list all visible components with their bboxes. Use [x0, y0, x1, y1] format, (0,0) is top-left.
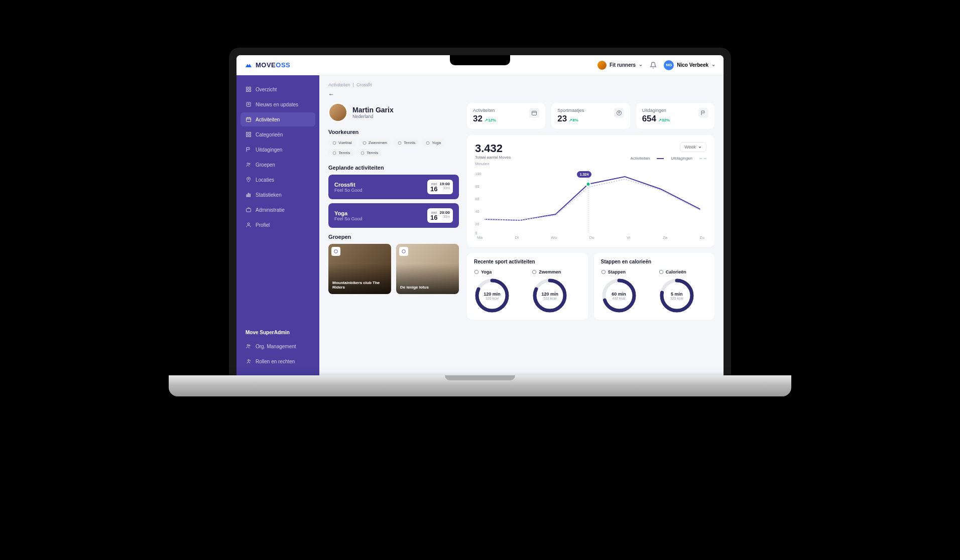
svg-point-32 — [334, 250, 338, 253]
sidebar-item-groepen[interactable]: Groepen — [241, 158, 315, 172]
ring-value: 5 min — [671, 292, 683, 297]
period-selector[interactable]: Week — [680, 142, 706, 152]
sidebar-item-uitdagingen[interactable]: Uitdagingen — [241, 143, 315, 157]
user-menu[interactable]: NG Nico Verbeek — [664, 60, 715, 70]
chart-x-tick: Ma — [477, 235, 483, 240]
sidebar-item-overzicht[interactable]: Overzicht — [241, 82, 315, 96]
chevron-down-icon — [711, 63, 715, 67]
prefs-chips: VoetbalZwemmenTennisYogaTennisTennis — [328, 139, 459, 157]
svg-rect-11 — [247, 132, 249, 134]
progress-ring: 120 min320 kcal — [474, 277, 510, 314]
svg-rect-21 — [247, 209, 251, 212]
stat-label: Sportmaatjes — [557, 108, 584, 113]
svg-point-46 — [474, 270, 478, 274]
activity-icon — [601, 269, 606, 274]
ring-sub: 532 kcal — [543, 297, 556, 300]
svg-point-28 — [398, 142, 401, 145]
sidebar-item-statistieken[interactable]: Statistieken — [241, 188, 315, 202]
breadcrumb-current: Crossfit — [356, 82, 372, 87]
grid-icon — [246, 131, 252, 137]
stat-card-activiteiten[interactable]: Activiteiten32↗12% — [467, 103, 545, 129]
sidebar-item-categorieën[interactable]: Categorieën — [241, 127, 315, 142]
sport-icon — [398, 141, 402, 145]
sport-icon — [363, 141, 367, 145]
sidebar-item-locaties[interactable]: Locaties — [241, 173, 315, 187]
ring-value: 60 min — [612, 292, 626, 297]
pref-chip[interactable]: Tennis — [356, 149, 382, 157]
svg-point-31 — [361, 152, 364, 155]
svg-point-25 — [248, 360, 250, 361]
laptop-base — [169, 375, 791, 396]
stat-card-uitdagingen[interactable]: Uitdagingen654↗32% — [636, 103, 714, 129]
svg-point-29 — [426, 142, 429, 145]
chart-tooltip: 1.324 — [577, 171, 592, 178]
activity-icon — [659, 269, 664, 274]
nav-label: Overzicht — [256, 87, 277, 92]
sidebar-item-administratie[interactable]: Administratie — [241, 203, 315, 217]
svg-rect-7 — [247, 118, 251, 122]
chart-area: 1.324 100 80 60 40 20 0 — [475, 170, 706, 235]
planned-activity-card[interactable]: YogaFeel So Goodmei1620:0030m — [328, 203, 459, 228]
nav-label: Administratie — [256, 207, 285, 213]
svg-rect-2 — [247, 90, 249, 92]
svg-point-33 — [402, 250, 406, 253]
notifications-icon[interactable] — [650, 62, 657, 69]
planned-activity-card[interactable]: CrossfitFeel So Goodmei1619:0030m — [328, 175, 459, 199]
activity-icon — [474, 269, 479, 274]
nav-label: Categorieën — [256, 132, 283, 137]
planned-sub: Feel So Good — [334, 216, 363, 221]
chart-x-tick: Vr — [627, 235, 631, 240]
chart-total: 3.432 — [475, 142, 511, 155]
stat-label: Uitdagingen — [642, 108, 670, 113]
sidebar-item-nieuws-en-updates[interactable]: Nieuws en updates — [241, 97, 315, 111]
nav-label: Activiteiten — [256, 117, 280, 122]
svg-point-22 — [248, 223, 250, 225]
sidebar-item-rollen-en-rechten[interactable]: Rollen en rechten — [241, 354, 315, 368]
stat-delta: ↗12% — [485, 118, 496, 122]
users-icon — [246, 162, 252, 168]
breadcrumb-parent[interactable]: Activiteiten — [328, 82, 350, 87]
legend-activiteiten: Activiteiten — [631, 156, 650, 161]
briefcase-icon — [246, 207, 252, 213]
sidebar-item-profiel[interactable]: Profiel — [241, 218, 315, 232]
org-avatar — [597, 61, 607, 70]
breadcrumb: Activiteiten | Crossfit — [328, 82, 714, 87]
progress-ring: 5 min320 kcal — [659, 277, 695, 314]
svg-rect-34 — [532, 111, 537, 115]
recent-title: Recente sport activiteiten — [474, 259, 581, 264]
group-card[interactable]: Mountainbikers club The Riders — [328, 244, 391, 294]
profile-avatar[interactable] — [328, 103, 347, 122]
back-button[interactable]: ← — [328, 91, 334, 98]
chart-sublabel: Totaal aantal Moves — [475, 155, 511, 160]
legend-uitdagingen: Uitdagingen — [671, 156, 692, 161]
dashboard-icon — [246, 86, 252, 92]
svg-point-16 — [249, 163, 251, 165]
svg-text:0: 0 — [475, 231, 477, 235]
pref-chip[interactable]: Yoga — [422, 139, 445, 147]
pref-chip[interactable]: Voetbal — [328, 139, 356, 147]
pin-icon — [246, 177, 252, 183]
ring-block: Yoga120 min320 kcal — [474, 269, 523, 314]
stat-card-sportmaatjes[interactable]: Sportmaatjes23↗8% — [551, 103, 630, 129]
main-content: Activiteiten | Crossfit ← Martin Garix N… — [319, 75, 724, 376]
ring-label: Stappen — [601, 269, 650, 274]
pref-chip[interactable]: Tennis — [394, 139, 419, 147]
logo-text: MOVEOSS — [256, 61, 290, 69]
logo[interactable]: MOVEOSS — [245, 61, 290, 69]
chart-x-tick: Do — [589, 235, 594, 240]
svg-point-15 — [247, 163, 249, 165]
group-card[interactable]: De lenige lotus — [396, 244, 459, 294]
pref-chip[interactable]: Tennis — [328, 149, 354, 157]
sidebar-item-activiteiten[interactable]: Activiteiten — [241, 112, 315, 126]
sidebar-section-admin: Move SuperAdmin — [241, 326, 315, 339]
org-selector[interactable]: Fit runners — [597, 61, 643, 70]
pref-chip[interactable]: Zwemmen — [358, 139, 391, 147]
svg-text:100: 100 — [475, 172, 482, 176]
chart-unit: Minuten — [475, 162, 511, 166]
chart-x-labels: MaDiWoDoVrZaZo — [475, 235, 706, 240]
nav-label: Nieuws en updates — [256, 102, 298, 107]
svg-point-24 — [249, 345, 251, 346]
nav-label: Locaties — [256, 177, 274, 183]
svg-rect-1 — [249, 87, 251, 89]
sidebar-item-org.-management[interactable]: Org. Management — [241, 339, 315, 353]
